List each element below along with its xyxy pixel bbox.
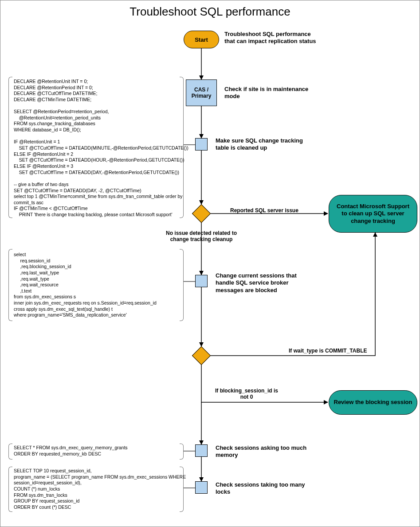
bracket-code-2-right xyxy=(180,249,184,321)
check-memory-node xyxy=(195,444,208,457)
cleanup-ct-node xyxy=(195,138,208,151)
page-title: Troubleshoot SQL performance xyxy=(0,5,420,19)
sql-code-block-2: select req.session_id ,req.blocking_sess… xyxy=(14,252,178,318)
bracket-code-1 xyxy=(8,77,12,218)
decision-2 xyxy=(192,346,211,365)
start-label: Start xyxy=(195,36,208,43)
bracket-conn-3 xyxy=(183,451,195,452)
bracket-conn-4 xyxy=(183,487,195,488)
terminal-review-blocking: Review the blocking session xyxy=(329,390,417,415)
sql-code-block-3: SELECT * FROM sys.dm_exec_query_memory_g… xyxy=(14,445,178,457)
decision-1-right-label: Reported SQL server issue xyxy=(230,207,310,214)
bracket-code-3-right xyxy=(180,444,184,460)
check-memory-annotation: Check sessions asking too much memory xyxy=(216,444,309,459)
sessions-blocked-node xyxy=(195,275,208,287)
terminal-review-blocking-label: Review the blocking session xyxy=(334,399,412,406)
cas-primary-node: CAS / Primary xyxy=(186,79,217,106)
start-node: Start xyxy=(184,31,219,48)
sessions-blocked-annotation: Change current sessions that handle SQL … xyxy=(216,272,313,294)
bracket-code-3 xyxy=(8,444,12,460)
start-annotation: Troubleshoot SQL performance that can im… xyxy=(224,31,322,45)
decision-2-down-label: If blocking_session_id is not 0 xyxy=(211,388,282,400)
terminal-contact-support-label: Contact Microsoft Support to clean up SQ… xyxy=(334,203,412,225)
sql-code-block-1: DECLARE @RetentionUnit INT = 0; DECLARE … xyxy=(14,79,178,218)
cleanup-ct-annotation: Make sure SQL change tracking table is c… xyxy=(216,137,309,152)
flowchart-canvas: Troubleshoot SQL performance Start T xyxy=(0,0,420,527)
sql-code-block-4: SELECT TOP 10 request_session_id, progra… xyxy=(14,468,178,510)
bracket-code-4-right xyxy=(180,467,184,512)
check-locks-annotation: Check sessions taking too many locks xyxy=(216,481,309,496)
bracket-conn-2 xyxy=(183,281,195,282)
bracket-code-2 xyxy=(8,249,12,321)
cas-primary-annotation: Check if site is in maintenance mode xyxy=(224,86,313,100)
decision-1-down-label: No issue detected related to change trac… xyxy=(159,230,243,243)
decision-2-right-label: If wait_type is COMMIT_TABLE xyxy=(289,348,382,354)
check-locks-node xyxy=(195,481,208,494)
cas-primary-label: CAS / Primary xyxy=(192,87,212,99)
bracket-code-4 xyxy=(8,467,12,512)
terminal-contact-support: Contact Microsoft Support to clean up SQ… xyxy=(329,195,417,233)
decision-1 xyxy=(192,204,211,223)
